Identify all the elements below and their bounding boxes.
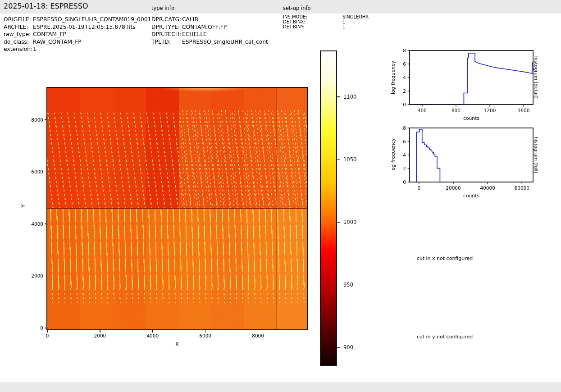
x-tick-label: 6000 <box>196 333 215 338</box>
cut-x-message: cut in x not configured <box>417 255 473 261</box>
info-label: DET.BINY: <box>283 24 342 29</box>
info-value: 1 <box>342 19 345 24</box>
colorbar-tick-mark <box>337 160 340 160</box>
y-tick-label: 0 <box>403 102 406 107</box>
x-tick-mark <box>100 330 100 333</box>
y-tick-label: 8 <box>403 48 406 53</box>
main-plot-x-label: X <box>175 341 179 347</box>
cut-y-message: cut in y not configured <box>417 334 473 340</box>
x-tick-label: 40000 <box>480 185 495 191</box>
y-tick-label: 2000 <box>26 273 43 278</box>
axes-box <box>410 128 533 182</box>
hist-x-label: counts <box>463 115 479 121</box>
y-tick-label: 4 <box>403 152 406 158</box>
histogram-line <box>410 53 533 105</box>
info-label: TPL.ID: <box>151 39 182 45</box>
x-tick-label: 60000 <box>515 185 529 191</box>
x-tick-label: 20000 <box>446 185 461 191</box>
info-label: DPR.TYPE: <box>151 24 182 30</box>
info-label: do_class: <box>4 39 33 45</box>
info-row: DPR.TECH:ECHELLE <box>151 31 207 37</box>
info-label: extension: <box>4 46 33 52</box>
y-tick-label: 6 <box>403 61 406 67</box>
info-value: 1 <box>342 24 345 29</box>
raw-image-frame <box>46 87 308 330</box>
info-row: DPR.CATG:CALIB <box>151 16 198 23</box>
x-tick-mark <box>47 330 48 333</box>
info-row: INS.MODE:SINGLEUHR <box>283 14 369 19</box>
histogram-full-right-label: histogram (full) <box>534 137 539 173</box>
info-label: raw_type: <box>4 31 33 37</box>
info-value: SINGLEUHR <box>342 14 369 19</box>
y-tick-label: 2 <box>403 166 406 171</box>
y-tick-label: 0 <box>403 179 406 185</box>
colorbar-tick-mark <box>337 347 340 348</box>
footer-bar: powered by QC: www.eso.org/HC created by… <box>0 382 561 392</box>
y-tick-label: 0 <box>26 325 43 331</box>
x-tick-label: 400 <box>418 108 427 113</box>
info-value: CONTAM_FP <box>33 31 66 37</box>
page-title: 2025-01-18: ESPRESSO <box>4 2 88 10</box>
colorbar-tick-mark <box>337 96 340 97</box>
y-tick-label: 8000 <box>26 117 43 123</box>
colorbar <box>320 50 337 366</box>
x-tick-label: 2000 <box>90 333 110 338</box>
x-tick-label: 0 <box>37 333 57 338</box>
info-value: ESPRESSO_SINGLEUHR_CONTAM019_0001 <box>33 16 151 23</box>
y-tick-label: 4 <box>403 75 406 80</box>
x-tick-mark <box>205 330 205 333</box>
info-row: ARCFILE:ESPRE.2025-01-19T12:05:15.878.fi… <box>4 24 136 30</box>
axes-box <box>410 50 533 105</box>
info-row: TPL.ID:ESPRESSO_singleUHR_cal_cont <box>151 39 268 45</box>
main-plot-y-label: Y <box>20 204 27 207</box>
y-tick-mark <box>45 328 47 328</box>
y-tick-mark <box>45 276 47 276</box>
hist-x-label: counts <box>463 193 479 199</box>
colorbar-tick-label: 1100 <box>343 94 356 100</box>
y-tick-label: 6 <box>403 139 406 144</box>
type-info-heading: type info <box>151 5 174 11</box>
sensor-noise-texture <box>47 88 307 329</box>
info-label: INS.MODE: <box>283 14 342 19</box>
info-value: ESPRE.2025-01-19T12:05:15.878.fits <box>33 24 136 30</box>
colorbar-tick-label: 1050 <box>343 156 356 163</box>
info-row: extension:1 <box>4 46 36 52</box>
colorbar-tick-label: 1000 <box>343 219 356 225</box>
x-tick-label: 8000 <box>248 333 268 338</box>
info-row: raw_type:CONTAM_FP <box>4 31 66 37</box>
x-tick-label: 0 <box>418 185 421 191</box>
info-row: ORIGFILE:ESPRESSO_SINGLEUHR_CONTAM019_00… <box>4 16 151 23</box>
info-label: ARCFILE: <box>4 24 33 30</box>
info-label: ORIGFILE: <box>4 16 33 23</box>
colorbar-tick-mark <box>337 222 340 223</box>
info-row: DPR.TYPE:CONTAM,OFF,FP <box>151 24 227 30</box>
y-tick-label: 8 <box>403 125 406 131</box>
info-row: DET.BINY:1 <box>283 24 345 29</box>
colorbar-tick-mark <box>337 285 340 285</box>
hist-y-label: log frequency <box>390 60 396 94</box>
y-tick-mark <box>45 223 47 224</box>
info-label: DPR.TECH: <box>151 31 182 37</box>
info-value: CONTAM,OFF,FP <box>182 24 227 30</box>
raw-image <box>47 88 307 329</box>
x-tick-label: 1200 <box>484 108 496 113</box>
setup-info-heading: set-up info <box>283 5 311 11</box>
info-label: DET.BINX: <box>283 19 342 24</box>
y-tick-label: 2 <box>403 88 406 94</box>
header-bar: 2025-01-18: ESPRESSO type info set-up in… <box>0 0 561 14</box>
histogram-detail-right-label: histogram (detail) <box>534 56 539 99</box>
info-value: CALIB <box>182 16 198 23</box>
y-tick-label: 6000 <box>26 169 43 174</box>
info-label: DPR.CATG: <box>151 16 182 23</box>
x-tick-mark <box>258 330 258 333</box>
histogram-line <box>410 129 533 182</box>
x-tick-mark <box>152 330 153 333</box>
y-tick-mark <box>45 119 47 120</box>
info-value: ESPRESSO_singleUHR_cal_cont <box>182 39 268 45</box>
colorbar-tick-label: 900 <box>343 344 353 351</box>
info-row: do_class:RAW_CONTAM_FP <box>4 39 82 45</box>
info-value: ECHELLE <box>182 31 207 37</box>
info-value: 1 <box>33 46 36 52</box>
y-tick-label: 4000 <box>26 221 43 227</box>
y-tick-mark <box>45 172 47 172</box>
